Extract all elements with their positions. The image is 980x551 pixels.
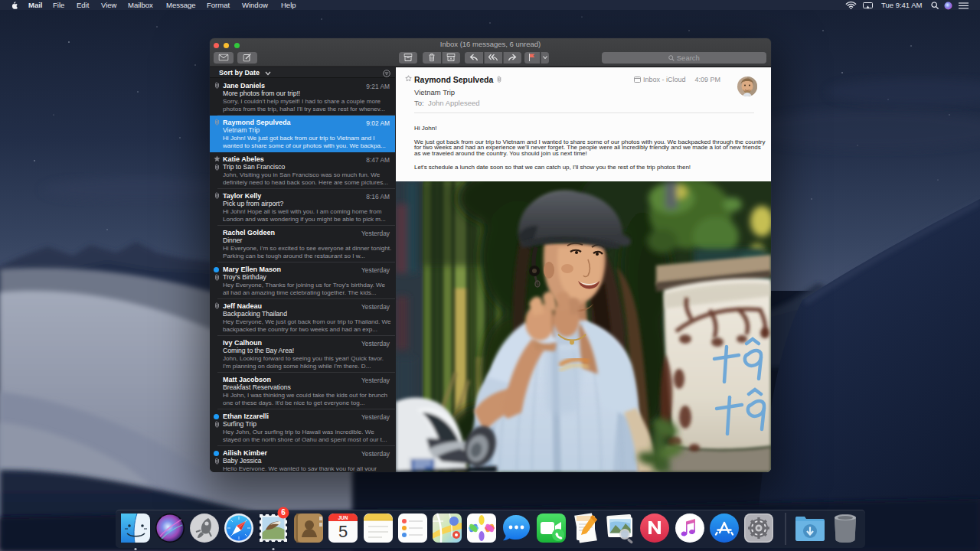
svg-text:JUN: JUN <box>338 515 348 520</box>
svg-text:6: 6 <box>281 508 286 517</box>
svg-text:5: 5 <box>338 522 348 541</box>
